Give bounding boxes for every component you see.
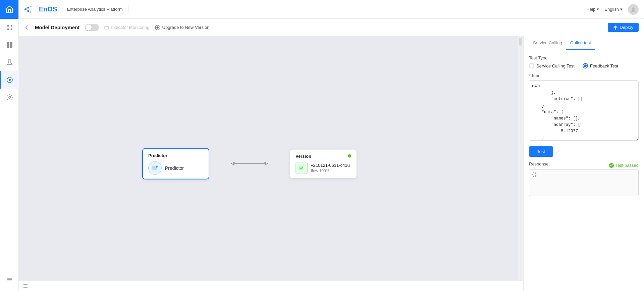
test-passed-label: Test passed (615, 163, 639, 168)
predictor-node-body: Predictor (148, 161, 203, 175)
svg-point-16 (28, 7, 29, 8)
version-node-body: v210121-0611-c41u flow 100% (296, 162, 351, 174)
radio-feedback[interactable]: Feedback Test (583, 63, 618, 68)
response-header: Response: Test passed (529, 161, 639, 169)
svg-rect-5 (10, 42, 12, 45)
svg-point-22 (632, 7, 635, 10)
sidebar-icon-settings[interactable] (0, 89, 19, 106)
top-header: EnOS | Enterprise Analytics Platform Hel… (19, 0, 644, 19)
enos-logo-icon (24, 5, 36, 13)
sidebar-icon-menu[interactable] (0, 271, 19, 288)
logo-text: EnOS (39, 5, 57, 13)
toggle-switch[interactable] (85, 24, 99, 31)
platform-text: Enterprise Analytics Platform (67, 7, 123, 12)
panel-tabs: Service Calling Online test (524, 36, 644, 50)
svg-point-18 (30, 6, 32, 7)
input-label: * Input (529, 73, 639, 78)
main-area: EnOS | Enterprise Analytics Platform Hel… (19, 0, 644, 291)
language-button[interactable]: English ▾ (604, 7, 623, 12)
response-area: {} (529, 169, 639, 196)
header-right: Help ▾ English ▾ (587, 4, 639, 15)
predictor-node-icon (148, 161, 162, 175)
radio-service-circle (529, 63, 534, 68)
svg-point-19 (30, 11, 32, 13)
version-node-icon (296, 162, 308, 174)
help-button[interactable]: Help ▾ (587, 7, 599, 12)
deploy-label: Deploy (620, 25, 633, 30)
predictor-node-title: Predictor (148, 153, 203, 158)
upgrade-label: Upgrade to New Version (162, 25, 210, 30)
radio-feedback-circle (583, 63, 588, 68)
required-star: * (529, 73, 531, 78)
svg-rect-23 (105, 27, 109, 29)
svg-point-15 (24, 8, 26, 10)
sidebar-icon-model[interactable] (0, 71, 19, 89)
indicator-monitoring-button: Indicator Monitoring (104, 25, 149, 30)
response-label: Response: (529, 161, 550, 166)
version-info: v210121-0611-c41u flow 100% (311, 163, 350, 173)
sidebar (0, 0, 19, 291)
logo-divider: | (61, 5, 63, 13)
avatar[interactable] (628, 4, 639, 15)
radio-feedback-dot (584, 64, 587, 67)
response-section: Response: Test passed {} (529, 161, 639, 196)
bottom-bar (19, 280, 523, 291)
panel-content: Test Type Service Calling Test Feedback … (524, 50, 644, 291)
version-online-indicator (348, 154, 351, 158)
svg-point-17 (28, 10, 29, 12)
test-type-label: Test Type (529, 55, 639, 60)
logo-area: EnOS | Enterprise Analytics Platform (24, 5, 128, 13)
chevron-down-icon2: ▾ (620, 7, 623, 12)
test-btn-wrap: Test (529, 146, 639, 157)
deploy-button[interactable]: Deploy (608, 23, 639, 32)
sidebar-icon-dashboard[interactable] (0, 36, 19, 54)
indicator-monitoring-label: Indicator Monitoring (111, 25, 149, 30)
right-panel: Service Calling Online test Test Type Se… (523, 36, 644, 291)
sidebar-icon-lab[interactable] (0, 54, 19, 71)
svg-point-38 (609, 163, 614, 168)
tab-online-test[interactable]: Online test (566, 36, 595, 50)
sidebar-home-icon[interactable] (0, 0, 18, 19)
version-node-header: Version (296, 153, 351, 158)
svg-rect-6 (7, 45, 9, 48)
svg-rect-4 (7, 42, 9, 45)
svg-point-3 (11, 29, 12, 30)
radio-service-label: Service Calling Test (536, 63, 575, 68)
canvas-scroll-thumb (519, 38, 522, 46)
chevron-down-icon: ▾ (597, 7, 599, 12)
help-label: Help (587, 7, 596, 12)
page-title: Model Deployment (35, 25, 79, 30)
back-button[interactable] (24, 25, 30, 30)
predictor-node[interactable]: Predictor Predictor (142, 148, 209, 179)
version-node[interactable]: Version v210121-0611-c41u flow 100 (290, 149, 357, 178)
svg-line-20 (26, 8, 28, 9)
checkmark-icon (609, 163, 614, 168)
toggle-wrap (85, 24, 99, 31)
test-button[interactable]: Test (529, 146, 553, 157)
input-textarea[interactable]: c41u }, "metrics": [] }, "data": { "name… (529, 80, 639, 141)
language-label: English (604, 7, 619, 12)
predictor-node-name: Predictor (165, 165, 184, 171)
sidebar-icon-apps[interactable] (0, 19, 19, 36)
version-id: v210121-0611-c41u (311, 163, 350, 168)
tab-service-calling[interactable]: Service Calling (529, 36, 566, 50)
canvas[interactable]: Predictor Predictor (19, 36, 523, 291)
upgrade-button[interactable]: Upgrade to New Version (155, 25, 210, 30)
diagram-area: Predictor Predictor (142, 148, 357, 179)
arrow-connector (229, 159, 270, 169)
svg-point-11 (9, 96, 11, 98)
test-type-section: Test Type Service Calling Test Feedback … (529, 55, 639, 68)
svg-point-10 (9, 79, 11, 81)
svg-point-1 (11, 25, 12, 27)
radio-group: Service Calling Test Feedback Test (529, 63, 639, 68)
canvas-scrollbar[interactable] (518, 36, 523, 291)
test-passed-badge: Test passed (609, 163, 639, 168)
version-flow: flow 100% (311, 168, 350, 173)
sub-header: Model Deployment Indicator Monitoring Up… (19, 19, 644, 36)
svg-rect-7 (10, 45, 12, 48)
hamburger-icon[interactable] (23, 283, 28, 289)
svg-point-2 (7, 29, 9, 30)
svg-point-0 (7, 25, 9, 27)
input-section: * Input c41u }, "metrics": [] }, "data":… (529, 73, 639, 142)
radio-service-calling[interactable]: Service Calling Test (529, 63, 575, 68)
